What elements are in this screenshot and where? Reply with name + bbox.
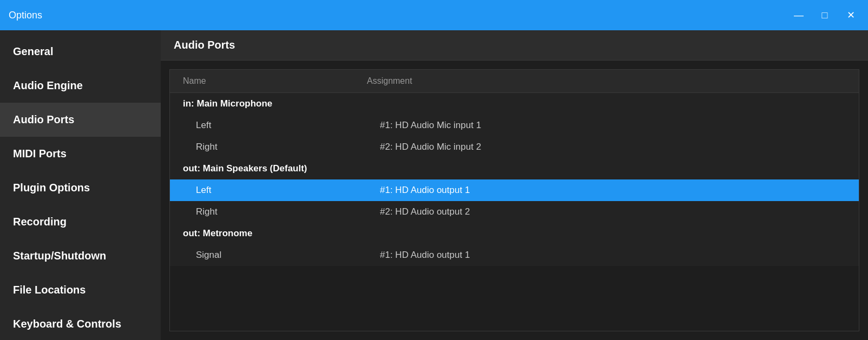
col-header-name: Name [170, 70, 354, 93]
close-button[interactable]: ✕ [842, 6, 859, 24]
group-header-metronome: out: Metronome [170, 223, 859, 244]
col-header-assignment: Assignment [354, 70, 733, 93]
section-title: Audio Ports [174, 39, 235, 51]
sidebar-item-plugin-options[interactable]: Plugin Options [0, 171, 161, 205]
maximize-button[interactable]: □ [816, 6, 833, 24]
table-row[interactable]: Right #2: HD Audio output 2 [170, 201, 859, 223]
col-header-extra [733, 70, 859, 93]
sidebar-item-audio-ports[interactable]: Audio Ports [0, 103, 161, 137]
row-extra [733, 201, 859, 223]
row-extra [733, 136, 859, 158]
row-assignment: #2: HD Audio Mic input 2 [354, 136, 733, 158]
table-row[interactable]: Left #1: HD Audio Mic input 1 [170, 115, 859, 136]
table-row[interactable]: Right #2: HD Audio Mic input 2 [170, 136, 859, 158]
row-name: Right [170, 201, 354, 223]
row-extra [733, 244, 859, 266]
row-assignment: #1: HD Audio output 1 [354, 179, 733, 201]
row-extra [733, 115, 859, 136]
sidebar-item-keyboard-controls[interactable]: Keyboard & Controls [0, 307, 161, 340]
row-name: Left [170, 115, 354, 136]
main-layout: General Audio Engine Audio Ports MIDI Po… [0, 30, 868, 340]
group-header-main-microphone: in: Main Microphone [170, 93, 859, 115]
row-name: Left [170, 179, 354, 201]
row-extra [733, 179, 859, 201]
row-name: Right [170, 136, 354, 158]
group-header-main-speakers: out: Main Speakers (Default) [170, 158, 859, 179]
content-area: Audio Ports Name Assignment in: Main Mic… [161, 30, 868, 340]
table-header-row: Name Assignment [170, 70, 859, 93]
sidebar-item-audio-engine[interactable]: Audio Engine [0, 69, 161, 103]
table-row-selected[interactable]: Left #1: HD Audio output 1 [170, 179, 859, 201]
row-assignment: #2: HD Audio output 2 [354, 201, 733, 223]
window-controls: — □ ✕ [790, 6, 859, 24]
window-title: Options [9, 10, 42, 21]
audio-ports-table: Name Assignment in: Main Microphone Left… [170, 70, 859, 266]
sidebar-item-recording[interactable]: Recording [0, 205, 161, 239]
title-bar: Options — □ ✕ [0, 0, 868, 30]
audio-ports-table-container: Name Assignment in: Main Microphone Left… [169, 69, 859, 331]
row-assignment: #1: HD Audio Mic input 1 [354, 115, 733, 136]
sidebar-item-general[interactable]: General [0, 35, 161, 69]
minimize-button[interactable]: — [790, 6, 807, 24]
sidebar-item-midi-ports[interactable]: MIDI Ports [0, 137, 161, 171]
sidebar-item-startup-shutdown[interactable]: Startup/Shutdown [0, 239, 161, 273]
section-header: Audio Ports [161, 30, 868, 61]
row-assignment: #1: HD Audio output 1 [354, 244, 733, 266]
sidebar: General Audio Engine Audio Ports MIDI Po… [0, 30, 161, 340]
table-row[interactable]: Signal #1: HD Audio output 1 [170, 244, 859, 266]
sidebar-item-file-locations[interactable]: File Locations [0, 273, 161, 307]
row-name: Signal [170, 244, 354, 266]
